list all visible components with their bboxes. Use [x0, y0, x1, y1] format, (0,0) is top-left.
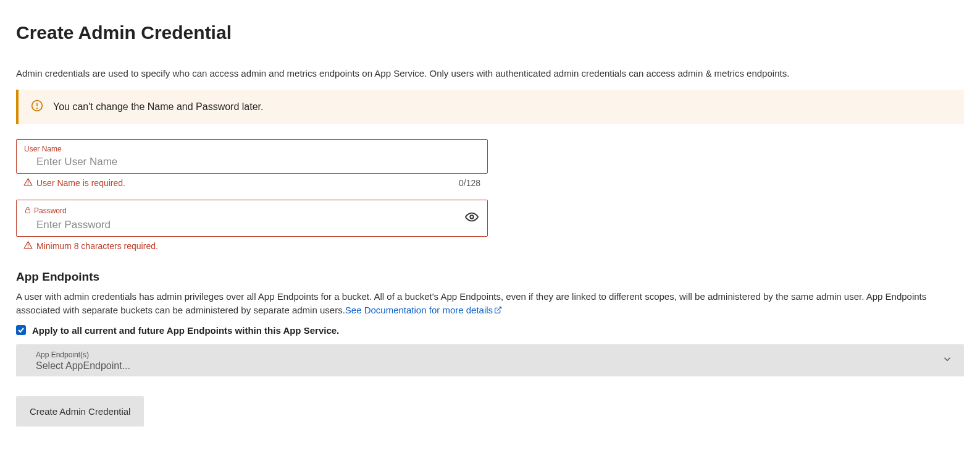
- apply-all-row: Apply to all current and future App Endp…: [16, 325, 964, 336]
- endpoints-description: A user with admin credentials has admin …: [16, 290, 964, 318]
- username-input-box[interactable]: User Name: [16, 139, 488, 174]
- svg-point-4: [28, 184, 28, 184]
- doc-link-text: See Documentation for more details: [345, 305, 493, 315]
- documentation-link[interactable]: See Documentation for more details: [345, 305, 502, 315]
- warning-icon: [31, 100, 43, 114]
- lock-icon: [24, 205, 31, 216]
- warning-banner: You can't change the Name and Password l…: [16, 90, 964, 124]
- svg-point-2: [37, 108, 38, 109]
- password-error: Minimum 8 characters required.: [36, 241, 158, 251]
- password-input[interactable]: [24, 216, 480, 232]
- app-endpoint-select[interactable]: App Endpoint(s) Select AppEndpoint...: [16, 344, 964, 376]
- select-label: App Endpoint(s): [36, 350, 954, 359]
- chevron-down-icon: [942, 354, 953, 367]
- svg-point-8: [28, 247, 28, 247]
- eye-icon[interactable]: [465, 210, 479, 226]
- alert-icon: [23, 177, 33, 189]
- password-group: Password Minimum 8 characters required.: [16, 200, 964, 252]
- create-admin-credential-button[interactable]: Create Admin Credential: [16, 396, 144, 427]
- password-label: Password: [34, 206, 67, 215]
- username-error: User Name is required.: [36, 178, 125, 188]
- warning-text: You can't change the Name and Password l…: [53, 101, 263, 112]
- svg-line-9: [498, 307, 501, 310]
- intro-text: Admin credentials are used to specify wh…: [16, 68, 964, 79]
- apply-all-checkbox[interactable]: [16, 325, 26, 335]
- external-link-icon: [494, 304, 502, 318]
- password-input-box[interactable]: Password: [16, 200, 488, 237]
- select-placeholder: Select AppEndpoint...: [36, 359, 954, 371]
- alert-icon: [23, 240, 33, 252]
- page-title: Create Admin Credential: [16, 22, 964, 43]
- apply-all-label: Apply to all current and future App Endp…: [32, 325, 339, 336]
- username-input[interactable]: [24, 153, 480, 169]
- username-label: User Name: [24, 145, 62, 153]
- svg-point-6: [470, 215, 474, 219]
- username-group: User Name User Name is required. 0/128: [16, 139, 964, 189]
- username-counter: 0/128: [459, 178, 480, 188]
- endpoints-heading: App Endpoints: [16, 270, 964, 284]
- svg-rect-5: [26, 210, 30, 213]
